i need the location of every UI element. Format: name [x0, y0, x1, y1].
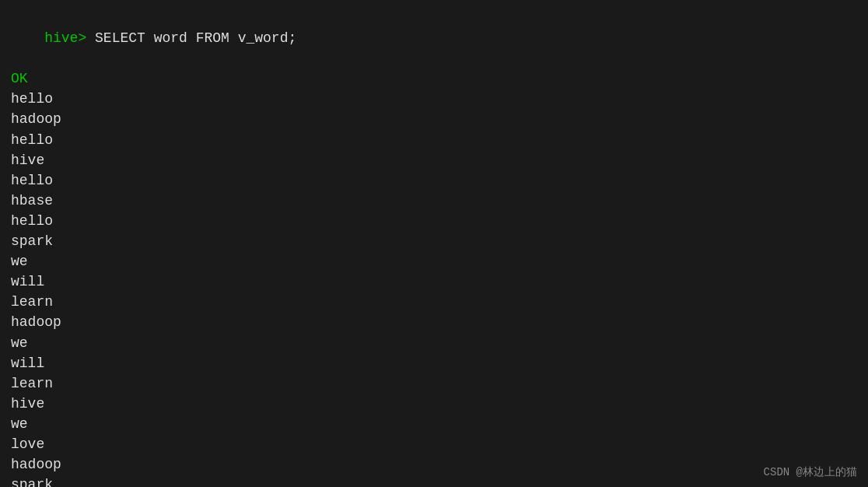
data-line: hive	[11, 394, 857, 414]
data-line: hello	[11, 170, 857, 191]
ok-line: OK	[11, 68, 857, 89]
command-text: SELECT word FROM v_word;	[95, 30, 296, 46]
data-line: hello	[11, 211, 857, 231]
data-line: hello	[11, 89, 857, 109]
data-lines: hellohadoophellohivehellohbasehellospark…	[11, 89, 857, 487]
prompt-label: hive>	[44, 30, 95, 46]
data-line: we	[11, 333, 857, 353]
data-line: will	[11, 353, 857, 373]
data-line: we	[11, 251, 857, 272]
terminal: hive> SELECT word FROM v_word; OK helloh…	[0, 0, 868, 487]
data-line: hive	[11, 150, 857, 170]
command-line: hive> SELECT word FROM v_word;	[11, 8, 857, 68]
data-line: learn	[11, 292, 857, 312]
data-line: we	[11, 414, 857, 434]
data-line: hbase	[11, 191, 857, 211]
data-line: hadoop	[11, 109, 857, 129]
data-line: hello	[11, 130, 857, 150]
watermark: CSDN @林边上的猫	[764, 465, 857, 479]
data-line: learn	[11, 373, 857, 394]
data-line: spark	[11, 231, 857, 251]
data-line: spark	[11, 475, 857, 487]
data-line: hadoop	[11, 312, 857, 332]
data-line: hadoop	[11, 454, 857, 475]
data-line: love	[11, 434, 857, 454]
data-line: will	[11, 272, 857, 292]
